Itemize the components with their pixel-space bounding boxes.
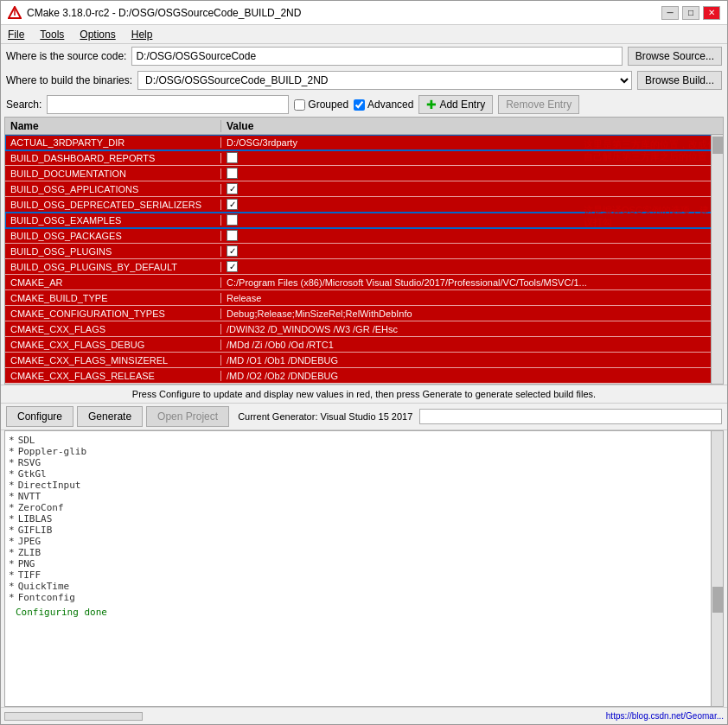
open-project-button[interactable]: Open Project (146, 406, 229, 427)
list-item: *JPEG (9, 536, 719, 547)
bullet: * (9, 502, 15, 513)
remove-entry-button[interactable]: Remove Entry (498, 95, 579, 114)
cell-value: /MD /O1 /Ob1 /DNDEBUG (221, 355, 723, 366)
bullet: * (9, 525, 15, 536)
cell-name: BUILD_OSG_PLUGINS_BY_DEFAULT (5, 262, 221, 272)
table-row[interactable]: CMAKE_CXX_FLAGS_RELEASE/MD /O2 /Ob2 /DND… (5, 368, 723, 383)
list-item: *ZeroConf (9, 502, 719, 513)
log-link[interactable]: PNG (18, 558, 35, 569)
list-item: *QuickTime (9, 581, 719, 592)
minimize-button[interactable]: ─ (661, 6, 679, 20)
table-row[interactable]: CMAKE_CONFIGURATION_TYPESDebug;Release;M… (5, 306, 723, 321)
cell-checkbox[interactable] (227, 261, 238, 272)
table-row[interactable]: CMAKE_BUILD_TYPERelease (5, 290, 723, 306)
log-link[interactable]: NVTT (18, 491, 42, 502)
generator-label: Current Generator: Visual Studio 15 2017 (238, 411, 412, 422)
log-link[interactable]: RSVG (18, 457, 42, 468)
title-bar: CMake 3.18.0-rc2 - D:/OSG/OSGSourceCode_… (1, 1, 727, 25)
menu-item-tools[interactable]: Tools (36, 28, 67, 41)
menu-item-options[interactable]: Options (76, 28, 118, 41)
advanced-checkbox[interactable] (354, 99, 365, 111)
bottom-scrollbar[interactable] (4, 712, 143, 721)
cell-checkbox[interactable] (227, 199, 238, 210)
cell-value: C:/Program Files (x86)/Microsoft Visual … (221, 277, 723, 288)
table-row[interactable]: CMAKE_ARC:/Program Files (x86)/Microsoft… (5, 275, 723, 290)
log-link[interactable]: GIFLIB (18, 525, 53, 536)
browse-build-button[interactable]: Browse Build... (637, 71, 722, 90)
table-scrollbar[interactable] (711, 135, 723, 384)
cell-checkbox[interactable] (227, 245, 238, 257)
cell-checkbox[interactable] (227, 214, 238, 226)
bullet: * (9, 558, 15, 569)
table-header: Name Value (5, 118, 723, 135)
bullet: * (9, 536, 15, 547)
list-item: *SDL (9, 435, 719, 446)
source-row: Where is the source code: Browse Source.… (1, 44, 727, 68)
table-body[interactable]: ACTUAL_3RDPARTY_DIRD:/OSG/3rdpartyBUILD_… (5, 135, 723, 383)
status-bar: Press Configure to update and display ne… (1, 385, 727, 403)
menu-item-file[interactable]: File (4, 28, 28, 41)
close-button[interactable]: ✕ (703, 6, 720, 20)
build-row: Where to build the binaries: D:/OSG/OSGS… (1, 68, 727, 92)
list-item: *GtkGl (9, 468, 719, 480)
browse-source-button[interactable]: Browse Source... (628, 47, 722, 66)
cell-checkbox[interactable] (227, 183, 238, 194)
cell-name: BUILD_OSG_EXAMPLES (5, 215, 221, 226)
generate-button[interactable]: Generate (77, 406, 143, 427)
log-link[interactable]: DirectInput (18, 480, 81, 491)
cell-value (221, 168, 723, 179)
log-link[interactable]: ZLIB (18, 547, 42, 558)
cell-value: /MD /O2 /Ob2 /DNDEBUG (221, 371, 723, 381)
source-input[interactable] (131, 47, 622, 66)
cell-name: CMAKE_AR (5, 277, 221, 288)
log-scrollbar-thumb[interactable] (712, 587, 723, 613)
table-row[interactable]: BUILD_DOCUMENTATION (5, 166, 723, 181)
menu-item-help[interactable]: Help (128, 28, 156, 41)
table-row[interactable]: BUILD_OSG_PACKAGES (5, 228, 723, 244)
bullet: * (9, 435, 15, 446)
configuring-done: Configuring done (9, 603, 719, 620)
table-row[interactable]: CMAKE_CXX_FLAGS_DEBUG/MDd /Zi /Ob0 /Od /… (5, 337, 723, 353)
log-link[interactable]: LIBLAS (18, 513, 53, 525)
cell-name: BUILD_OSG_DEPRECATED_SERIALIZERS (5, 200, 221, 210)
cell-checkbox[interactable] (227, 152, 238, 163)
maximize-button[interactable]: □ (682, 6, 699, 20)
bullet: * (9, 581, 15, 592)
add-entry-button[interactable]: ✚ Add Entry (418, 95, 493, 114)
cell-value: Debug;Release;MinSizeRel;RelWithDebInfo (221, 308, 723, 319)
log-link[interactable]: TIFF (18, 569, 42, 581)
cell-value: /DWIN32 /D_WINDOWS /W3 /GR /EHsc (221, 324, 723, 334)
cell-checkbox[interactable] (227, 230, 238, 241)
log-link[interactable]: Fontconfig (18, 592, 75, 603)
log-link[interactable]: SDL (18, 435, 35, 446)
grouped-checkbox[interactable] (294, 99, 305, 111)
log-link[interactable]: QuickTime (18, 581, 70, 592)
log-area[interactable]: *SDL*Poppler-glib*RSVG*GtkGl*DirectInput… (4, 430, 724, 707)
action-bar: Configure Generate Open Project Current … (1, 403, 727, 430)
table-row[interactable]: CMAKE_CXX_FLAGS_MINSIZEREL/MD /O1 /Ob1 /… (5, 353, 723, 368)
cell-value: Release (221, 293, 723, 303)
build-path-select[interactable]: D:/OSG/OSGSourceCode_BUILD_2ND (137, 71, 632, 90)
bullet: * (9, 480, 15, 491)
table-row[interactable]: BUILD_OSG_PLUGINS_BY_DEFAULT (5, 259, 723, 275)
table-row[interactable]: CMAKE_CXX_FLAGS/DWIN32 /D_WINDOWS /W3 /G… (5, 321, 723, 337)
log-scrollbar[interactable] (711, 431, 723, 706)
log-link[interactable]: ZeroConf (18, 502, 64, 513)
bottom-link[interactable]: https://blog.csdn.net/Geomar... (606, 711, 724, 721)
configure-button[interactable]: Configure (6, 406, 73, 427)
name-column-header: Name (5, 120, 221, 132)
cell-value (221, 261, 723, 272)
grouped-checkbox-label[interactable]: Grouped (294, 99, 348, 111)
list-item: *LIBLAS (9, 513, 719, 525)
cell-value (221, 183, 723, 194)
cell-checkbox[interactable] (227, 168, 238, 179)
advanced-checkbox-label[interactable]: Advanced (354, 99, 413, 111)
table-row[interactable]: BUILD_OSG_APPLICATIONS (5, 181, 723, 197)
log-link[interactable]: GtkGl (18, 468, 47, 480)
log-link[interactable]: Poppler-glib (18, 446, 86, 457)
search-input[interactable] (47, 95, 289, 114)
table-row[interactable]: BUILD_OSG_PLUGINS (5, 244, 723, 259)
scrollbar-thumb[interactable] (712, 137, 723, 154)
bullet: * (9, 446, 15, 457)
log-link[interactable]: JPEG (18, 536, 42, 547)
